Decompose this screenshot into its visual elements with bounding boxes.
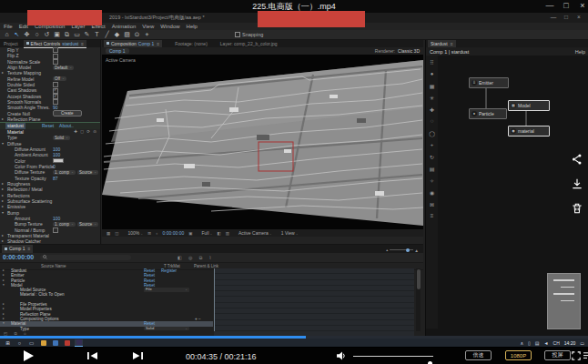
menu-window[interactable]: Window bbox=[160, 24, 179, 29]
playlist-button[interactable] bbox=[583, 352, 588, 359]
hand-tool-icon[interactable]: ✥ bbox=[23, 31, 31, 38]
current-time-display[interactable]: 0:00:00:00 bbox=[3, 254, 34, 260]
box-node-icon[interactable]: ⊠ bbox=[430, 201, 434, 213]
current-time-indicator[interactable] bbox=[214, 268, 215, 331]
taskbar-start-icon[interactable]: ⊞ bbox=[4, 339, 12, 347]
clone-stamp-tool-icon[interactable]: ◆ bbox=[113, 31, 121, 38]
ae-maximize-button[interactable]: □ bbox=[561, 14, 572, 20]
tab-project[interactable]: Project bbox=[4, 41, 18, 46]
volume-slider[interactable] bbox=[353, 356, 433, 357]
magnification-icon[interactable]: ◫ bbox=[115, 231, 118, 236]
volume-knob[interactable] bbox=[428, 361, 432, 364]
snapping-toggle[interactable]: Snapping bbox=[235, 32, 263, 37]
force-node-icon[interactable]: ✳ bbox=[430, 95, 434, 106]
panel-menu-icon[interactable]: ≡ bbox=[81, 41, 84, 46]
menu-file[interactable]: File bbox=[4, 24, 13, 29]
rectangle-tool-icon[interactable]: ▭ bbox=[73, 31, 81, 38]
tray-network-icon[interactable]: ▤ bbox=[535, 340, 540, 346]
minimize-button[interactable]: — bbox=[542, 1, 557, 10]
puppet-tool-icon[interactable]: ⌖ bbox=[143, 31, 151, 38]
always-preview-icon[interactable]: ▦ bbox=[106, 231, 110, 236]
taskbar-search-icon[interactable]: ○ bbox=[15, 339, 24, 347]
star-node-icon[interactable]: ✧ bbox=[430, 177, 434, 189]
selection-tool-icon[interactable]: ↖ bbox=[13, 31, 21, 38]
timeline-zoom-slider[interactable]: ▴ ▴ bbox=[386, 248, 418, 253]
property-row[interactable]: stardustResetAbout.. bbox=[0, 122, 100, 128]
pen-tool-icon[interactable]: ✎ bbox=[83, 31, 91, 38]
tray-battery-icon[interactable]: ▯ bbox=[528, 340, 531, 346]
share-icon[interactable] bbox=[571, 153, 583, 166]
accept-shadows-checkbox[interactable] bbox=[53, 94, 58, 99]
download-icon[interactable] bbox=[571, 177, 583, 190]
sphere-node-icon[interactable]: ◯ bbox=[429, 130, 435, 142]
property-dropdown[interactable]: Solid⌄ bbox=[53, 136, 70, 140]
previous-button[interactable] bbox=[87, 352, 97, 359]
taskbar-file-explorer-icon[interactable] bbox=[39, 339, 47, 347]
video-frame[interactable]: 2019 - lxiStardust3/Project/电商版/aa.aep *… bbox=[0, 13, 588, 347]
timeline-search-input[interactable] bbox=[40, 255, 131, 260]
home-tool-icon[interactable]: ⌂ bbox=[3, 31, 11, 38]
comp-navigator-tab[interactable]: Comp 1 bbox=[106, 48, 129, 54]
type-tool-icon[interactable]: T bbox=[93, 31, 101, 38]
maximize-button[interactable]: □ bbox=[559, 1, 573, 10]
grid-icon[interactable]: ⊞ bbox=[147, 231, 151, 236]
volume-icon[interactable] bbox=[337, 351, 347, 360]
texture-layer-dropdown[interactable]: 1. comp⌄ bbox=[53, 222, 76, 227]
map-node-icon[interactable]: ◌ bbox=[431, 118, 434, 130]
reset-link[interactable]: Reset bbox=[144, 278, 155, 283]
add-node-icon[interactable]: + bbox=[431, 142, 434, 154]
reset-link[interactable]: Reset bbox=[144, 268, 155, 273]
quality-button[interactable]: 1080P bbox=[505, 350, 532, 360]
row-value-dropdown[interactable]: File⌄ bbox=[144, 288, 189, 291]
viewport-time[interactable]: 0:00:00:00 bbox=[163, 230, 185, 236]
camera-tool-icon[interactable]: ▣ bbox=[53, 31, 61, 38]
node-model[interactable]: ▦Model bbox=[508, 100, 550, 111]
tray-volume-icon[interactable]: ◄ bbox=[544, 340, 549, 346]
menu-animation[interactable]: Animation bbox=[112, 24, 137, 29]
next-button[interactable] bbox=[133, 352, 143, 359]
brush-tool-icon[interactable]: ╱ bbox=[103, 31, 111, 38]
tray-chevron-up-icon[interactable]: ∧ bbox=[520, 340, 523, 346]
mask-icon[interactable]: ⌖ bbox=[156, 231, 158, 236]
pan-behind-tool-icon[interactable]: ⧉ bbox=[63, 31, 71, 38]
register-link[interactable]: Register bbox=[161, 268, 177, 273]
panel-menu-icon[interactable]: ≡ bbox=[157, 41, 159, 46]
node-particle[interactable]: ●Particle bbox=[469, 108, 507, 119]
double-sided-checkbox[interactable] bbox=[53, 82, 58, 87]
text-node-icon[interactable]: ≡ bbox=[431, 213, 434, 225]
texture-layer-dropdown[interactable]: 1. comp⌄ bbox=[53, 170, 76, 175]
tab-timeline-comp[interactable]: Comp 1 ≡ bbox=[2, 245, 33, 254]
grid-node-icon[interactable]: ▤ bbox=[430, 166, 435, 177]
eraser-tool-icon[interactable]: ▨ bbox=[123, 31, 131, 38]
normalize-scale-checkbox[interactable] bbox=[53, 59, 58, 65]
model-node-icon[interactable]: ▦ bbox=[430, 83, 435, 95]
texture-source-dropdown[interactable]: Source⌄ bbox=[77, 170, 98, 175]
ae-close-button[interactable]: × bbox=[573, 14, 584, 20]
flip-y-checkbox[interactable] bbox=[53, 47, 58, 53]
view-layout-select[interactable]: 1 View⌄ bbox=[277, 230, 299, 236]
cast-button[interactable]: 投屏 bbox=[544, 350, 571, 360]
speed-button[interactable]: 倍速 bbox=[465, 350, 492, 360]
roto-brush-tool-icon[interactable]: ⊙ bbox=[133, 31, 141, 38]
panel-menu-icon[interactable]: ≡ bbox=[28, 246, 31, 251]
composition-viewport[interactable]: Active Camera bbox=[102, 55, 423, 229]
texture-source-dropdown[interactable]: Source⌄ bbox=[77, 222, 98, 227]
panel-menu-icon[interactable]: ≡ bbox=[451, 41, 453, 46]
scrollbar-thumb[interactable] bbox=[417, 269, 421, 289]
seek-bar[interactable] bbox=[0, 336, 588, 339]
transparency-icon[interactable]: ▥ bbox=[226, 231, 229, 236]
taskbar-after-effects-icon[interactable] bbox=[75, 339, 83, 347]
smooth-normals-checkbox[interactable] bbox=[53, 99, 58, 105]
renderer-control[interactable]: Renderer:Classic 3D bbox=[375, 48, 420, 54]
taskbar-clock[interactable]: 14:20 bbox=[564, 340, 576, 346]
resolution-select[interactable]: Full⌄ bbox=[198, 230, 213, 236]
taskbar-task-view-icon[interactable]: ▭ bbox=[27, 339, 35, 347]
orbit-tool-icon[interactable]: ↺ bbox=[43, 31, 51, 38]
tab-layer[interactable]: Layer: comp_22_b_color.jpg bbox=[220, 41, 278, 46]
taskbar-app-blue-icon[interactable] bbox=[51, 339, 59, 347]
fullscreen-button[interactable] bbox=[572, 351, 581, 360]
aux-node-icon[interactable]: ✚ bbox=[430, 106, 434, 118]
taskbar-app-red-icon[interactable] bbox=[63, 339, 71, 347]
zoom-in-icon[interactable]: ▴ bbox=[415, 248, 418, 253]
emitter-node-icon[interactable]: ⠿ bbox=[430, 59, 433, 71]
